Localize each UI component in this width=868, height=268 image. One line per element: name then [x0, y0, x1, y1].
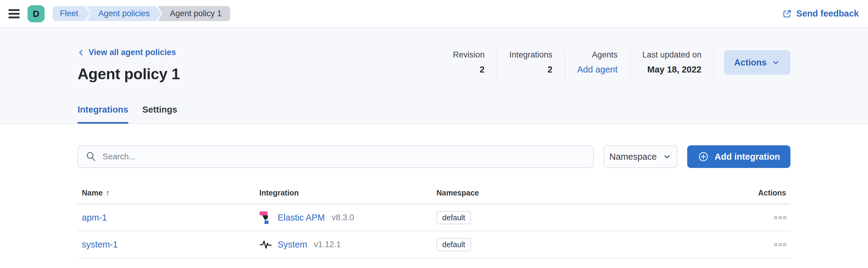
integration-version: v8.3.0 [332, 213, 354, 222]
search-icon [86, 151, 96, 162]
table-row: system-1 System v1.12.1 default [78, 231, 790, 258]
column-header-actions: Actions [742, 188, 790, 197]
breadcrumb-agent-policies[interactable]: Agent policies [86, 6, 162, 21]
table-row: apm-1 Elastic APM v8.3.0 default [78, 204, 790, 231]
toolbar: Namespace Add integration [78, 145, 790, 168]
column-header-namespace: Namespace [436, 188, 742, 197]
namespace-filter-button[interactable]: Namespace [603, 145, 677, 168]
namespace-badge: default [436, 211, 471, 224]
column-header-integration: Integration [259, 188, 436, 197]
integration-link[interactable]: System [278, 240, 307, 250]
send-feedback-label: Send feedback [796, 8, 859, 19]
system-icon [259, 238, 272, 251]
policy-name-link[interactable]: system-1 [82, 240, 118, 249]
send-feedback-link[interactable]: Send feedback [782, 8, 859, 19]
avatar[interactable]: D [28, 5, 44, 22]
plus-circle-icon [698, 151, 709, 162]
row-actions-button[interactable] [774, 241, 786, 248]
stat-agents: Agents Add agent [565, 50, 630, 80]
page-title: Agent policy 1 [78, 65, 180, 83]
main-content: Namespace Add integration Name↑ Integrat… [0, 124, 868, 258]
external-link-icon [782, 9, 792, 19]
breadcrumb: Fleet Agent policies Agent policy 1 [53, 6, 230, 21]
actions-button[interactable]: Actions [724, 50, 790, 75]
header-stats: Revision 2 Integrations 2 Agents Add age… [441, 50, 790, 83]
chevron-down-icon [772, 58, 780, 67]
top-bar: D Fleet Agent policies Agent policy 1 Se… [0, 0, 868, 28]
tab-bar: Integrations Settings [78, 105, 790, 124]
sort-asc-icon: ↑ [106, 188, 110, 197]
policy-name-link[interactable]: apm-1 [82, 213, 107, 222]
integration-version: v1.12.1 [314, 240, 341, 249]
breadcrumb-fleet[interactable]: Fleet [53, 6, 90, 21]
row-actions-button[interactable] [774, 214, 786, 221]
column-header-name[interactable]: Name↑ [78, 188, 259, 198]
stat-last-updated: Last updated on May 18, 2022 [630, 50, 714, 80]
stat-revision: Revision 2 [441, 50, 497, 80]
table-header-row: Name↑ Integration Namespace Actions [78, 188, 790, 204]
apm-icon [259, 211, 272, 224]
menu-icon[interactable] [8, 9, 20, 18]
add-agent-link[interactable]: Add agent [577, 64, 618, 75]
tab-integrations[interactable]: Integrations [78, 105, 128, 124]
page-header: View all agent policies Agent policy 1 R… [0, 28, 868, 124]
stat-integrations: Integrations 2 [497, 50, 565, 80]
search-box [78, 145, 594, 168]
breadcrumb-agent-policy-1: Agent policy 1 [158, 6, 230, 21]
chevron-left-icon [78, 49, 85, 56]
add-integration-button[interactable]: Add integration [687, 145, 790, 168]
integrations-table: Name↑ Integration Namespace Actions apm-… [78, 188, 790, 258]
chevron-down-icon [663, 152, 671, 161]
namespace-badge: default [436, 238, 471, 251]
search-input[interactable] [103, 152, 586, 162]
integration-link[interactable]: Elastic APM [278, 213, 325, 223]
tab-settings[interactable]: Settings [142, 105, 177, 124]
view-all-policies-link[interactable]: View all agent policies [78, 48, 180, 57]
header-left: View all agent policies Agent policy 1 [78, 48, 180, 83]
